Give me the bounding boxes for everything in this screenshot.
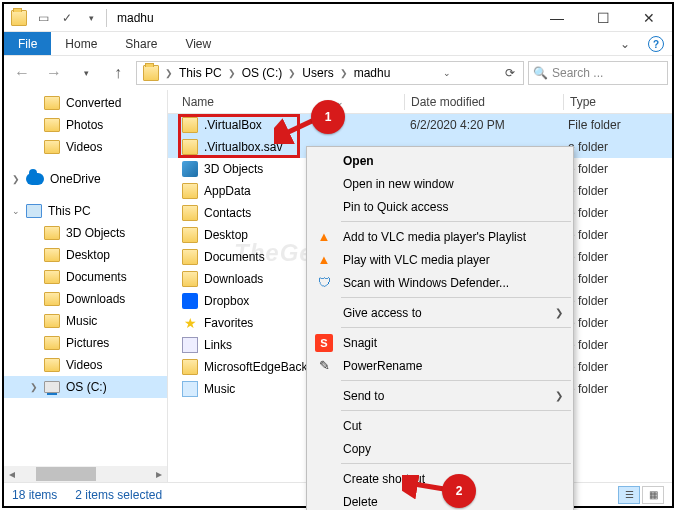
nav-onedrive[interactable]: ❯OneDrive — [4, 168, 167, 190]
folder-icon — [44, 314, 60, 328]
maximize-button[interactable]: ☐ — [580, 4, 626, 32]
menu-item-label: Give access to — [343, 306, 422, 320]
menu-item[interactable]: Open in new window — [307, 172, 573, 195]
menu-item[interactable]: 🛡Scan with Windows Defender... — [307, 271, 573, 294]
column-headers[interactable]: Name⌄ Date modified Type — [168, 90, 672, 114]
qat-properties-icon[interactable]: ▭ — [32, 7, 54, 29]
menu-item-icon: ▲ — [315, 251, 333, 269]
menu-separator — [341, 297, 571, 298]
nav-up-icon[interactable]: ↑ — [104, 59, 132, 87]
crumb-users[interactable]: Users — [298, 66, 337, 80]
menu-item-icon: ✎ — [315, 357, 333, 375]
menu-item[interactable]: Open — [307, 149, 573, 172]
column-type[interactable]: Type — [564, 95, 672, 109]
nav-thispc-item[interactable]: Desktop — [4, 244, 167, 266]
nav-quick-item[interactable]: Photos — [4, 114, 167, 136]
nav-label: Photos — [66, 118, 103, 132]
ribbon-tab-share[interactable]: Share — [111, 32, 171, 55]
menu-item[interactable]: SSnagit — [307, 331, 573, 354]
file-type: e folder — [562, 250, 672, 264]
nav-thispc-item[interactable]: Documents — [4, 266, 167, 288]
nav-thispc[interactable]: ⌄This PC — [4, 200, 167, 222]
view-details-button[interactable]: ☰ — [618, 486, 640, 504]
menu-item[interactable]: Pin to Quick access — [307, 195, 573, 218]
menu-item[interactable]: Delete — [307, 490, 573, 510]
folder-icon — [182, 139, 198, 155]
menu-separator — [341, 221, 571, 222]
ribbon-tab-view[interactable]: View — [171, 32, 225, 55]
nav-thispc-item[interactable]: Music — [4, 310, 167, 332]
menu-item-label: Snagit — [343, 336, 377, 350]
addr-dropdown-icon[interactable]: ⌄ — [437, 68, 457, 78]
nav-thispc-item[interactable]: Videos — [4, 354, 167, 376]
search-input[interactable]: 🔍 Search ... — [528, 61, 668, 85]
chevron-right-icon[interactable]: ❯ — [163, 68, 175, 78]
menu-item[interactable]: Create shortcut — [307, 467, 573, 490]
ribbon-expand-icon[interactable]: ⌄ — [610, 32, 640, 55]
annotation-callout-2: 2 — [442, 474, 476, 508]
onedrive-icon — [26, 173, 44, 185]
chevron-right-icon[interactable]: ❯ — [338, 68, 350, 78]
chevron-right-icon[interactable]: ❯ — [226, 68, 238, 78]
crumb-thispc[interactable]: This PC — [175, 66, 226, 80]
nav-thispc-item[interactable]: Downloads — [4, 288, 167, 310]
menu-item-label: Open — [343, 154, 374, 168]
navigation-pane[interactable]: Converted Photos Videos ❯OneDrive ⌄This … — [4, 90, 168, 482]
file-name: Downloads — [204, 272, 263, 286]
nav-label: This PC — [48, 204, 91, 218]
nav-horizontal-scrollbar[interactable]: ◂ ▸ — [4, 466, 167, 482]
menu-item-label: Create shortcut — [343, 472, 425, 486]
view-large-button[interactable]: ▦ — [642, 486, 664, 504]
scroll-left-icon[interactable]: ◂ — [4, 467, 20, 481]
chevron-right-icon[interactable]: ❯ — [286, 68, 298, 78]
scroll-thumb[interactable] — [36, 467, 96, 481]
menu-item[interactable]: Send to❯ — [307, 384, 573, 407]
folder-icon — [182, 117, 198, 133]
menu-item-label: Play with VLC media player — [343, 253, 490, 267]
folder-icon — [182, 205, 198, 221]
nav-thispc-item[interactable]: Pictures — [4, 332, 167, 354]
help-icon[interactable]: ? — [648, 36, 664, 52]
refresh-icon[interactable]: ⟳ — [499, 66, 521, 80]
menu-item[interactable]: ▲Add to VLC media player's Playlist — [307, 225, 573, 248]
address-bar[interactable]: ❯ This PC ❯ OS (C:) ❯ Users ❯ madhu ⌄ ⟳ — [136, 61, 524, 85]
chevron-right-icon[interactable]: ❯ — [10, 174, 22, 184]
ribbon-file[interactable]: File — [4, 32, 51, 55]
column-date[interactable]: Date modified — [405, 95, 563, 109]
nav-back-icon[interactable]: ← — [8, 59, 36, 87]
menu-item-label: Scan with Windows Defender... — [343, 276, 509, 290]
nav-recent-icon[interactable]: ▾ — [72, 59, 100, 87]
file-date: 6/2/2020 4:20 PM — [404, 118, 562, 132]
file-type: e folder — [562, 162, 672, 176]
close-button[interactable]: ✕ — [626, 4, 672, 32]
nav-thispc-item[interactable]: 3D Objects — [4, 222, 167, 244]
nav-quick-item[interactable]: Converted — [4, 92, 167, 114]
nav-thispc-item[interactable]: ❯OS (C:) — [4, 376, 167, 398]
file-type: e folder — [562, 338, 672, 352]
nav-quick-item[interactable]: Videos — [4, 136, 167, 158]
chevron-down-icon[interactable]: ⌄ — [10, 206, 22, 216]
crumb-drive[interactable]: OS (C:) — [238, 66, 287, 80]
crumb-current[interactable]: madhu — [350, 66, 395, 80]
file-type: e folder — [562, 294, 672, 308]
file-name: Music — [204, 382, 235, 396]
table-row[interactable]: .VirtualBox6/2/2020 4:20 PMFile folder — [168, 114, 672, 136]
column-label: Name — [182, 95, 214, 109]
file-name: Desktop — [204, 228, 248, 242]
menu-item[interactable]: Cut — [307, 414, 573, 437]
menu-item[interactable]: ✎PowerRename — [307, 354, 573, 377]
qat-dropdown-icon[interactable]: ▾ — [80, 7, 102, 29]
minimize-button[interactable]: — — [534, 4, 580, 32]
address-row: ← → ▾ ↑ ❯ This PC ❯ OS (C:) ❯ Users ❯ ma… — [4, 56, 672, 90]
scroll-right-icon[interactable]: ▸ — [151, 467, 167, 481]
ribbon-tab-home[interactable]: Home — [51, 32, 111, 55]
menu-item[interactable]: Give access to❯ — [307, 301, 573, 324]
qat-newfolder-icon[interactable]: ✓ — [56, 7, 78, 29]
folder-icon — [182, 271, 198, 287]
chevron-right-icon[interactable]: ❯ — [28, 382, 40, 392]
nav-forward-icon: → — [40, 59, 68, 87]
folder-icon — [182, 359, 198, 375]
menu-item[interactable]: Copy — [307, 437, 573, 460]
column-name[interactable]: Name⌄ — [168, 95, 404, 109]
menu-item[interactable]: ▲Play with VLC media player — [307, 248, 573, 271]
